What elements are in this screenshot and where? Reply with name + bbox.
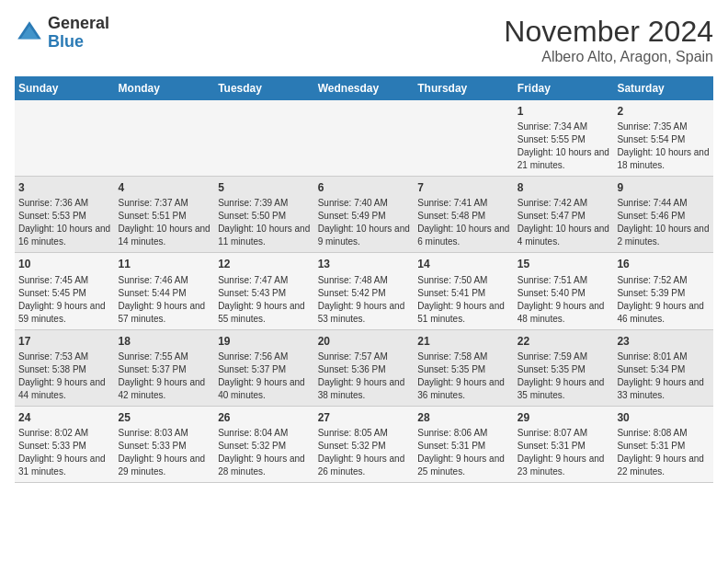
day-number: 13 bbox=[318, 257, 411, 271]
day-number: 20 bbox=[318, 334, 411, 349]
day-info: Sunrise: 8:04 AM Sunset: 5:32 PM Dayligh… bbox=[218, 427, 311, 478]
day-header-thursday: Thursday bbox=[414, 76, 514, 100]
day-number: 4 bbox=[119, 180, 211, 195]
day-info: Sunrise: 7:56 AM Sunset: 5:37 PM Dayligh… bbox=[218, 350, 311, 402]
location-subtitle: Albero Alto, Aragon, Spain bbox=[504, 49, 713, 65]
day-number: 16 bbox=[617, 257, 710, 271]
calendar-cell: 28Sunrise: 8:06 AM Sunset: 5:31 PM Dayli… bbox=[414, 406, 514, 482]
day-info: Sunrise: 8:07 AM Sunset: 5:31 PM Dayligh… bbox=[518, 427, 610, 478]
day-info: Sunrise: 7:57 AM Sunset: 5:36 PM Dayligh… bbox=[318, 350, 411, 402]
calendar-cell: 10Sunrise: 7:45 AM Sunset: 5:45 PM Dayli… bbox=[15, 253, 115, 329]
day-info: Sunrise: 7:44 AM Sunset: 5:46 PM Dayligh… bbox=[617, 197, 710, 248]
day-header-monday: Monday bbox=[115, 76, 215, 100]
day-number: 17 bbox=[18, 334, 111, 349]
day-number: 18 bbox=[119, 334, 211, 349]
day-number: 3 bbox=[18, 180, 111, 195]
day-number: 28 bbox=[417, 410, 510, 425]
day-number: 1 bbox=[518, 104, 610, 119]
calendar-cell: 24Sunrise: 8:02 AM Sunset: 5:33 PM Dayli… bbox=[15, 406, 115, 482]
calendar-cell: 5Sunrise: 7:39 AM Sunset: 5:50 PM Daylig… bbox=[214, 177, 314, 253]
calendar-week-row: 1Sunrise: 7:34 AM Sunset: 5:55 PM Daylig… bbox=[15, 100, 713, 177]
calendar-cell bbox=[15, 100, 115, 177]
calendar-cell: 4Sunrise: 7:37 AM Sunset: 5:51 PM Daylig… bbox=[115, 177, 215, 253]
calendar-cell bbox=[314, 100, 415, 177]
calendar-cell: 20Sunrise: 7:57 AM Sunset: 5:36 PM Dayli… bbox=[314, 329, 415, 406]
day-info: Sunrise: 7:42 AM Sunset: 5:47 PM Dayligh… bbox=[518, 197, 610, 248]
day-info: Sunrise: 7:48 AM Sunset: 5:42 PM Dayligh… bbox=[318, 274, 411, 326]
logo: General Blue bbox=[15, 15, 109, 52]
day-info: Sunrise: 7:55 AM Sunset: 5:37 PM Dayligh… bbox=[119, 350, 211, 402]
day-number: 24 bbox=[18, 410, 111, 425]
calendar-cell: 2Sunrise: 7:35 AM Sunset: 5:54 PM Daylig… bbox=[613, 100, 713, 177]
logo-blue: Blue bbox=[48, 33, 109, 52]
calendar-cell: 16Sunrise: 7:52 AM Sunset: 5:39 PM Dayli… bbox=[613, 253, 713, 329]
day-info: Sunrise: 7:41 AM Sunset: 5:48 PM Dayligh… bbox=[417, 197, 510, 248]
day-info: Sunrise: 7:51 AM Sunset: 5:40 PM Dayligh… bbox=[518, 274, 610, 326]
day-info: Sunrise: 7:50 AM Sunset: 5:41 PM Dayligh… bbox=[417, 274, 510, 326]
calendar-cell: 8Sunrise: 7:42 AM Sunset: 5:47 PM Daylig… bbox=[514, 177, 614, 253]
day-info: Sunrise: 7:46 AM Sunset: 5:44 PM Dayligh… bbox=[119, 274, 211, 326]
day-info: Sunrise: 8:02 AM Sunset: 5:33 PM Dayligh… bbox=[18, 427, 111, 478]
day-number: 19 bbox=[218, 334, 311, 349]
calendar-cell: 6Sunrise: 7:40 AM Sunset: 5:49 PM Daylig… bbox=[314, 177, 415, 253]
day-info: Sunrise: 8:08 AM Sunset: 5:31 PM Dayligh… bbox=[617, 427, 710, 478]
calendar-cell: 22Sunrise: 7:59 AM Sunset: 5:35 PM Dayli… bbox=[514, 329, 614, 406]
calendar-cell: 19Sunrise: 7:56 AM Sunset: 5:37 PM Dayli… bbox=[214, 329, 314, 406]
day-number: 5 bbox=[218, 180, 311, 195]
day-number: 22 bbox=[518, 334, 610, 349]
calendar-cell bbox=[414, 100, 514, 177]
calendar-cell: 30Sunrise: 8:08 AM Sunset: 5:31 PM Dayli… bbox=[613, 406, 713, 482]
day-header-sunday: Sunday bbox=[15, 76, 115, 100]
calendar-cell: 1Sunrise: 7:34 AM Sunset: 5:55 PM Daylig… bbox=[514, 100, 614, 177]
day-info: Sunrise: 7:45 AM Sunset: 5:45 PM Dayligh… bbox=[18, 274, 111, 326]
calendar-header-row: SundayMondayTuesdayWednesdayThursdayFrid… bbox=[15, 76, 713, 100]
title-block: November 2024 Albero Alto, Aragon, Spain bbox=[504, 15, 713, 65]
day-info: Sunrise: 7:59 AM Sunset: 5:35 PM Dayligh… bbox=[518, 350, 610, 402]
day-number: 15 bbox=[518, 257, 610, 271]
calendar-week-row: 10Sunrise: 7:45 AM Sunset: 5:45 PM Dayli… bbox=[15, 253, 713, 329]
day-number: 12 bbox=[218, 257, 311, 271]
day-info: Sunrise: 7:40 AM Sunset: 5:49 PM Dayligh… bbox=[318, 197, 411, 248]
logo-general: General bbox=[48, 15, 109, 33]
day-number: 23 bbox=[617, 334, 710, 349]
day-header-tuesday: Tuesday bbox=[214, 76, 314, 100]
day-info: Sunrise: 7:47 AM Sunset: 5:43 PM Dayligh… bbox=[218, 274, 311, 326]
calendar-week-row: 3Sunrise: 7:36 AM Sunset: 5:53 PM Daylig… bbox=[15, 177, 713, 253]
day-info: Sunrise: 7:39 AM Sunset: 5:50 PM Dayligh… bbox=[218, 197, 311, 248]
day-number: 6 bbox=[318, 180, 411, 195]
calendar-cell: 25Sunrise: 8:03 AM Sunset: 5:33 PM Dayli… bbox=[115, 406, 215, 482]
day-info: Sunrise: 7:58 AM Sunset: 5:35 PM Dayligh… bbox=[417, 350, 510, 402]
calendar-cell: 17Sunrise: 7:53 AM Sunset: 5:38 PM Dayli… bbox=[15, 329, 115, 406]
calendar-cell: 15Sunrise: 7:51 AM Sunset: 5:40 PM Dayli… bbox=[514, 253, 614, 329]
day-info: Sunrise: 7:36 AM Sunset: 5:53 PM Dayligh… bbox=[18, 197, 111, 248]
day-header-friday: Friday bbox=[514, 76, 614, 100]
calendar-table: SundayMondayTuesdayWednesdayThursdayFrid… bbox=[15, 76, 713, 483]
day-info: Sunrise: 8:06 AM Sunset: 5:31 PM Dayligh… bbox=[417, 427, 510, 478]
page-header: General Blue November 2024 Albero Alto, … bbox=[15, 15, 713, 65]
day-number: 11 bbox=[119, 257, 211, 271]
calendar-cell: 26Sunrise: 8:04 AM Sunset: 5:32 PM Dayli… bbox=[214, 406, 314, 482]
day-number: 7 bbox=[417, 180, 510, 195]
day-number: 27 bbox=[318, 410, 411, 425]
calendar-cell: 7Sunrise: 7:41 AM Sunset: 5:48 PM Daylig… bbox=[414, 177, 514, 253]
calendar-cell: 23Sunrise: 8:01 AM Sunset: 5:34 PM Dayli… bbox=[613, 329, 713, 406]
calendar-cell bbox=[115, 100, 215, 177]
day-header-wednesday: Wednesday bbox=[314, 76, 415, 100]
calendar-cell: 11Sunrise: 7:46 AM Sunset: 5:44 PM Dayli… bbox=[115, 253, 215, 329]
day-number: 14 bbox=[417, 257, 510, 271]
calendar-cell: 12Sunrise: 7:47 AM Sunset: 5:43 PM Dayli… bbox=[214, 253, 314, 329]
logo-text: General Blue bbox=[48, 15, 109, 52]
day-info: Sunrise: 7:35 AM Sunset: 5:54 PM Dayligh… bbox=[617, 121, 710, 172]
day-number: 29 bbox=[518, 410, 610, 425]
day-number: 9 bbox=[617, 180, 710, 195]
day-number: 26 bbox=[218, 410, 311, 425]
calendar-cell: 14Sunrise: 7:50 AM Sunset: 5:41 PM Dayli… bbox=[414, 253, 514, 329]
day-number: 2 bbox=[617, 104, 710, 119]
day-info: Sunrise: 7:53 AM Sunset: 5:38 PM Dayligh… bbox=[18, 350, 111, 402]
day-number: 25 bbox=[119, 410, 211, 425]
day-info: Sunrise: 8:01 AM Sunset: 5:34 PM Dayligh… bbox=[617, 350, 710, 402]
calendar-week-row: 17Sunrise: 7:53 AM Sunset: 5:38 PM Dayli… bbox=[15, 329, 713, 406]
calendar-cell: 21Sunrise: 7:58 AM Sunset: 5:35 PM Dayli… bbox=[414, 329, 514, 406]
calendar-cell: 29Sunrise: 8:07 AM Sunset: 5:31 PM Dayli… bbox=[514, 406, 614, 482]
calendar-cell: 27Sunrise: 8:05 AM Sunset: 5:32 PM Dayli… bbox=[314, 406, 415, 482]
